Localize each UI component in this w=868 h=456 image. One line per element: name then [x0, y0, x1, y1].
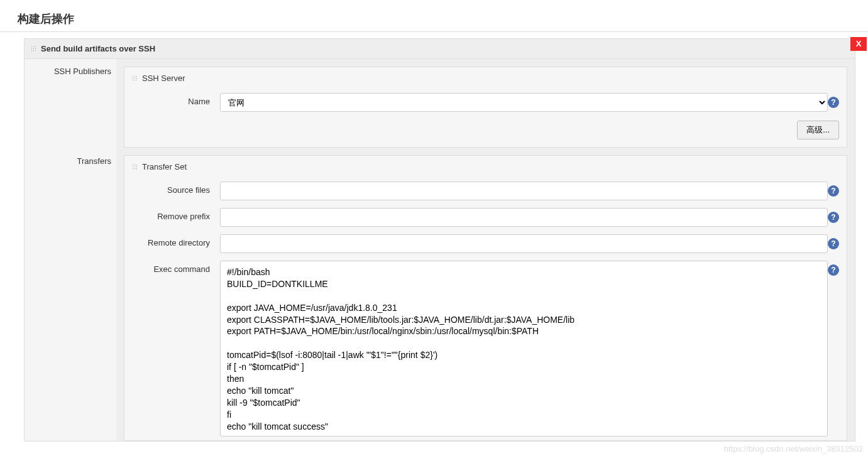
help-icon[interactable]: ?: [828, 212, 839, 223]
ssh-publishers-label: SSH Publishers: [25, 59, 116, 148]
transfers-label: Transfers: [25, 148, 116, 441]
name-label: Name: [132, 93, 220, 106]
ssh-server-heading-text: SSH Server: [142, 73, 185, 83]
ssh-publish-section: Send build artifacts over SSH SSH Publis…: [24, 38, 855, 442]
remove-prefix-label: Remove prefix: [132, 208, 220, 221]
help-icon[interactable]: ?: [828, 97, 839, 108]
transfer-set-panel: Transfer Set Source files ? Remove prefi…: [124, 155, 847, 441]
transfers-main: Transfer Set Source files ? Remove prefi…: [116, 148, 855, 441]
section-title: Send build artifacts over SSH: [41, 44, 155, 53]
remote-directory-input[interactable]: [220, 234, 828, 253]
drag-handle-icon[interactable]: [132, 75, 138, 82]
ssh-server-name-select[interactable]: 官网: [220, 93, 828, 112]
help-icon[interactable]: ?: [828, 185, 839, 197]
source-files-input[interactable]: [220, 182, 828, 200]
advanced-button[interactable]: 高级...: [797, 121, 839, 139]
help-icon[interactable]: ?: [828, 238, 839, 249]
drag-handle-icon[interactable]: [31, 46, 37, 52]
ssh-publishers-main: SSH Server Name 官网 ? 高级...: [116, 59, 855, 148]
source-files-label: Source files: [132, 182, 220, 195]
ssh-server-heading: SSH Server: [124, 67, 847, 89]
help-icon[interactable]: ?: [828, 264, 839, 276]
transfer-set-heading: Transfer Set: [124, 156, 847, 178]
transfer-set-heading-text: Transfer Set: [142, 162, 187, 171]
exec-command-label: Exec command: [132, 261, 220, 274]
close-icon[interactable]: X: [850, 37, 867, 51]
exec-command-textarea[interactable]: [220, 261, 828, 437]
post-build-actions-frame: X Send build artifacts over SSH SSH Publ…: [0, 31, 868, 442]
ssh-server-panel: SSH Server Name 官网 ? 高级...: [124, 67, 847, 148]
remote-directory-label: Remote directory: [132, 234, 220, 247]
drag-handle-icon[interactable]: [132, 164, 138, 170]
remove-prefix-input[interactable]: [220, 208, 828, 227]
section-header[interactable]: Send build artifacts over SSH: [25, 39, 855, 59]
page-title: 构建后操作: [0, 0, 868, 31]
